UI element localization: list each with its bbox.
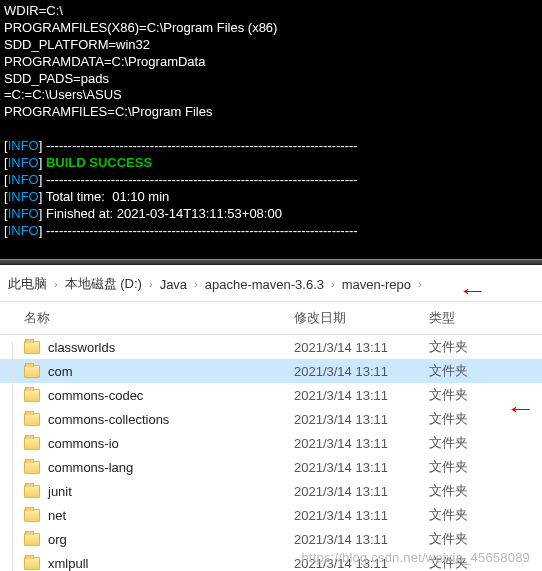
annotation-arrow-icon: ←	[458, 278, 489, 304]
chevron-right-icon: ›	[415, 278, 425, 290]
file-date: 2021/3/14 13:11	[294, 364, 429, 379]
file-date: 2021/3/14 13:11	[294, 436, 429, 451]
table-row[interactable]: net2021/3/14 13:11文件夹	[0, 503, 542, 527]
folder-icon	[24, 341, 40, 354]
file-name: commons-codec	[48, 388, 294, 403]
table-row[interactable]: org2021/3/14 13:11文件夹	[0, 527, 542, 551]
folder-icon	[24, 389, 40, 402]
file-date: 2021/3/14 13:11	[294, 508, 429, 523]
folder-icon	[24, 365, 40, 378]
chevron-right-icon: ›	[146, 278, 156, 290]
table-row[interactable]: commons-codec2021/3/14 13:11文件夹	[0, 383, 542, 407]
file-type: 文件夹	[429, 458, 519, 476]
file-name: junit	[48, 484, 294, 499]
file-type: 文件夹	[429, 434, 519, 452]
file-type: 文件夹	[429, 482, 519, 500]
file-date: 2021/3/14 13:11	[294, 484, 429, 499]
chevron-right-icon: ›	[328, 278, 338, 290]
file-date: 2021/3/14 13:11	[294, 412, 429, 427]
chevron-right-icon: ›	[191, 278, 201, 290]
table-row[interactable]: commons-collections2021/3/14 13:11文件夹	[0, 407, 542, 431]
watermark-text: https://blog.csdn.net/weixin_45658089	[301, 550, 530, 565]
chevron-right-icon: ›	[51, 278, 61, 290]
breadcrumb-segment[interactable]: 本地磁盘 (D:)	[61, 275, 146, 293]
file-name: xmlpull	[48, 556, 294, 571]
col-type-header[interactable]: 类型	[429, 309, 519, 327]
file-name: commons-io	[48, 436, 294, 451]
file-date: 2021/3/14 13:11	[294, 532, 429, 547]
file-name: net	[48, 508, 294, 523]
folder-icon	[24, 413, 40, 426]
table-row[interactable]: junit2021/3/14 13:11文件夹	[0, 479, 542, 503]
col-date-header[interactable]: 修改日期	[294, 309, 429, 327]
breadcrumb-segment[interactable]: 此电脑	[4, 275, 51, 293]
file-name: classworlds	[48, 340, 294, 355]
file-date: 2021/3/14 13:11	[294, 460, 429, 475]
annotation-arrow-icon: ←	[506, 396, 537, 422]
file-name: commons-collections	[48, 412, 294, 427]
column-headers[interactable]: 名称 修改日期 类型	[0, 302, 542, 335]
file-type: 文件夹	[429, 530, 519, 548]
table-row[interactable]: classworlds2021/3/14 13:11文件夹	[0, 335, 542, 359]
table-row[interactable]: commons-lang2021/3/14 13:11文件夹	[0, 455, 542, 479]
tree-indent-line	[12, 342, 13, 571]
file-name: com	[48, 364, 294, 379]
breadcrumb-segment[interactable]: maven-repo	[338, 277, 415, 292]
folder-icon	[24, 557, 40, 570]
folder-icon	[24, 509, 40, 522]
file-date: 2021/3/14 13:11	[294, 388, 429, 403]
file-type: 文件夹	[429, 506, 519, 524]
table-row[interactable]: com2021/3/14 13:11文件夹	[0, 359, 542, 383]
folder-icon	[24, 461, 40, 474]
col-name-header[interactable]: 名称	[24, 309, 294, 327]
file-list: 名称 修改日期 类型 classworlds2021/3/14 13:11文件夹…	[0, 302, 542, 571]
file-type: 文件夹	[429, 338, 519, 356]
breadcrumb-segment[interactable]: apache-maven-3.6.3	[201, 277, 328, 292]
file-name: commons-lang	[48, 460, 294, 475]
terminal-output: WDIR=C:\PROGRAMFILES(X86)=C:\Program Fil…	[0, 0, 542, 259]
folder-icon	[24, 533, 40, 546]
file-date: 2021/3/14 13:11	[294, 340, 429, 355]
file-name: org	[48, 532, 294, 547]
file-type: 文件夹	[429, 362, 519, 380]
table-row[interactable]: commons-io2021/3/14 13:11文件夹	[0, 431, 542, 455]
folder-icon	[24, 485, 40, 498]
folder-icon	[24, 437, 40, 450]
breadcrumb-segment[interactable]: Java	[156, 277, 191, 292]
